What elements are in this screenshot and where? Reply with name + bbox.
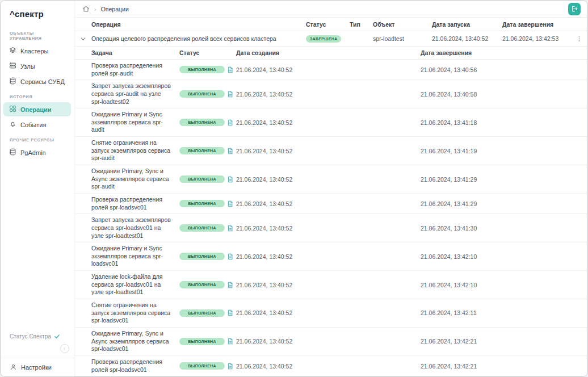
task-finished: 21.06.2024, 13:41:18 — [421, 119, 579, 126]
bell-icon — [9, 120, 16, 129]
task-name: Проверка распределения ролей spr-audit — [91, 60, 179, 79]
task-finished: 21.06.2024, 13:41:29 — [421, 200, 579, 207]
task-name: Запрет запуска экземпляров сервиса spr-l… — [91, 214, 179, 242]
task-status-badge: ВЫПОЛНЕНА — [179, 281, 225, 288]
col-header-task: Задача — [91, 49, 179, 56]
sidebar-item-label: Кластеры — [20, 48, 49, 55]
log-file-icon[interactable] — [227, 309, 234, 316]
operations-table-header: Операция Статус Тип Объект Дата запуска … — [74, 18, 587, 31]
log-file-icon[interactable] — [227, 363, 234, 370]
col-header-started: Дата запуска — [432, 21, 502, 28]
task-status-badge: ВЫПОЛНЕНА — [179, 362, 225, 370]
task-name: Удаление lock-файла для сервиса spr-load… — [91, 271, 179, 299]
sidebar-item-db-services[interactable]: Сервисы СУБД — [3, 74, 71, 89]
col-header-task-finished: Дата завершения — [421, 49, 579, 56]
operations-icon — [9, 105, 16, 114]
settings-item[interactable]: Настройки — [1, 358, 74, 372]
operation-row[interactable]: Операция целевого распределения ролей вс… — [74, 31, 587, 47]
chevron-down-icon[interactable] — [74, 31, 91, 46]
operations-page: Операция Статус Тип Объект Дата запуска … — [74, 18, 587, 376]
sidebar-item-label: Узлы — [20, 63, 35, 70]
sidebar-item-operations[interactable]: Операции — [3, 102, 71, 116]
logout-icon — [571, 5, 578, 12]
operation-status-badge: ЗАВЕРШЕНА — [306, 35, 341, 43]
sidebar-section-other-resources: ПРОЧИЕ РЕСУРСЫ — [1, 132, 74, 145]
task-created: 21.06.2024, 13:40:52 — [236, 282, 421, 288]
kebab-menu-icon[interactable] — [570, 31, 587, 46]
task-created: 21.06.2024, 13:40:52 — [236, 338, 421, 345]
task-finished: 21.06.2024, 13:42:21 — [421, 363, 579, 370]
log-file-icon[interactable] — [227, 200, 234, 207]
log-file-icon[interactable] — [227, 148, 234, 154]
breadcrumb: › Операции — [74, 1, 587, 18]
sidebar-section-history: ИСТОРИЯ — [1, 89, 74, 102]
task-created: 21.06.2024, 13:40:52 — [236, 66, 421, 73]
col-header-finished: Дата завершения — [502, 21, 570, 28]
operation-started: 21.06.2024, 13:40:52 — [432, 35, 502, 42]
sidebar-item-clusters[interactable]: Кластеры — [3, 44, 71, 58]
sidebar-item-pgadmin[interactable]: PgAdmin — [3, 145, 71, 160]
task-row: Проверка распределения ролей spr-loadsvc… — [74, 194, 587, 214]
task-name: Ожидание Primary, Sync и Async экземпляр… — [91, 165, 179, 193]
log-file-icon[interactable] — [227, 253, 234, 260]
log-file-icon[interactable] — [227, 119, 234, 126]
operation-object: spr-loadtest — [373, 35, 432, 42]
log-file-icon[interactable] — [227, 282, 234, 288]
task-finished: 21.06.2024, 13:42:11 — [421, 309, 579, 316]
task-created: 21.06.2024, 13:40:52 — [236, 91, 421, 98]
task-status-badge: ВЫПОЛНЕНА — [179, 309, 225, 317]
operation-name: Операция целевого распределения ролей вс… — [91, 35, 306, 42]
sidebar-collapse-button[interactable] — [60, 344, 69, 353]
task-row: Ожидание Primary и Sync экземпляров серв… — [74, 242, 587, 271]
task-status-badge: ВЫПОЛНЕНА — [179, 66, 225, 73]
log-file-icon[interactable] — [227, 338, 234, 345]
app-window: ^спектр ОБЪЕКТЫ УПРАВЛЕНИЯ Кластеры Узлы… — [0, 0, 588, 377]
main-area: › Операции Операция Статус Тип Объект Да… — [74, 1, 587, 376]
log-file-icon[interactable] — [227, 176, 234, 183]
home-icon[interactable] — [82, 5, 90, 12]
tasks-table-header: Задача Статус Дата создания Дата заверше… — [74, 47, 587, 60]
task-created: 21.06.2024, 13:40:52 — [236, 176, 421, 183]
task-status-badge: ВЫПОЛНЕНА — [179, 119, 225, 126]
task-status-badge: ВЫПОЛНЕНА — [179, 253, 225, 260]
task-row: Проверка распределения ролей spr-loadsvc… — [74, 356, 587, 376]
task-finished: 21.06.2024, 13:41:29 — [421, 176, 579, 183]
sidebar-item-label: Сервисы СУБД — [20, 78, 65, 85]
spektr-status-label: Статус Спектра — [10, 333, 51, 340]
logout-button[interactable] — [568, 3, 581, 15]
log-file-icon[interactable] — [227, 225, 234, 232]
database-icon — [9, 77, 16, 86]
nodes-icon — [9, 62, 16, 70]
breadcrumb-separator: › — [94, 6, 96, 12]
pgadmin-icon — [9, 148, 16, 157]
task-row: Запрет запуска экземпляров сервиса spr-l… — [74, 214, 587, 242]
task-finished: 21.06.2024, 13:42:21 — [421, 338, 579, 345]
sidebar-section-management: ОБЪЕКТЫ УПРАВЛЕНИЯ — [1, 26, 74, 43]
sidebar-item-label: События — [20, 122, 46, 128]
task-name: Запрет запуска экземпляров сервиса spr-a… — [91, 80, 179, 108]
task-name: Снятие ограничения на запуск экземпляров… — [91, 299, 179, 327]
tasks-table-body: Проверка распределения ролей spr-audit В… — [74, 60, 587, 376]
task-finished: 21.06.2024, 13:42:10 — [421, 282, 579, 288]
spektr-status: Статус Спектра — [1, 330, 74, 344]
col-header-operation: Операция — [91, 21, 306, 28]
task-name: Ожидание Primary и Sync экземпляров серв… — [91, 108, 179, 136]
breadcrumb-current-page: Операции — [101, 6, 129, 12]
task-row: Ожидание Primary, Sync и Async экземпляр… — [74, 328, 587, 356]
task-status-badge: ВЫПОЛНЕНА — [179, 175, 225, 183]
task-created: 21.06.2024, 13:40:52 — [236, 225, 421, 232]
operation-finished: 21.06.2024, 13:42:53 — [502, 35, 570, 42]
task-finished: 21.06.2024, 13:40:58 — [421, 91, 579, 98]
task-status-badge: ВЫПОЛНЕНА — [179, 224, 225, 232]
task-created: 21.06.2024, 13:40:52 — [236, 200, 421, 207]
task-name: Проверка распределения ролей spr-loadsvc… — [91, 356, 179, 376]
task-created: 21.06.2024, 13:40:52 — [236, 363, 421, 370]
col-header-object: Объект — [373, 21, 432, 28]
sidebar-item-nodes[interactable]: Узлы — [3, 59, 71, 73]
task-row: Снятие ограничения на запуск экземпляров… — [74, 299, 587, 328]
log-file-icon[interactable] — [227, 91, 234, 98]
log-file-icon[interactable] — [227, 66, 234, 73]
task-row: Проверка распределения ролей spr-audit В… — [74, 60, 587, 80]
task-created: 21.06.2024, 13:40:52 — [236, 119, 421, 126]
sidebar-item-events[interactable]: События — [3, 118, 71, 132]
